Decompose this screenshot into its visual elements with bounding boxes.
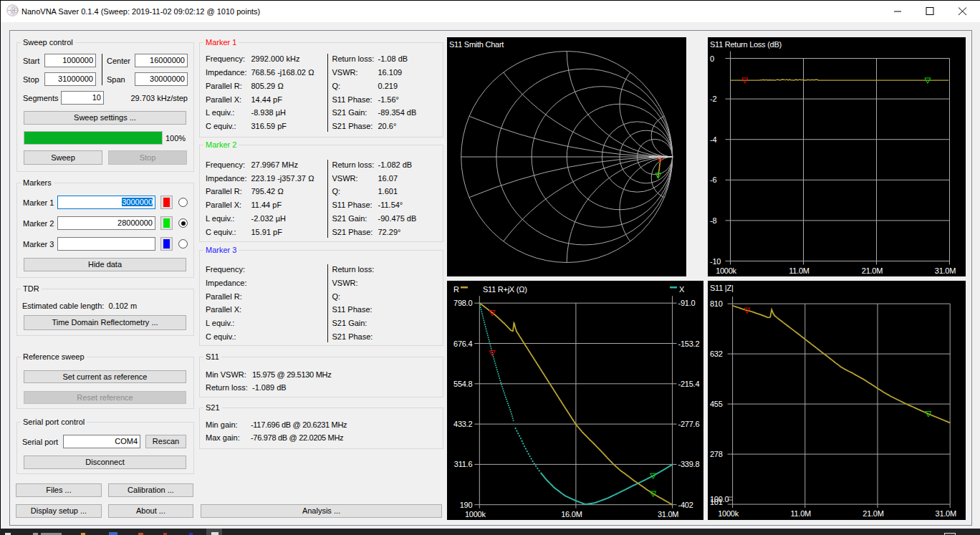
svg-text:433.2: 433.2 <box>453 420 472 428</box>
svg-text:0: 0 <box>710 54 714 63</box>
svg-text:190: 190 <box>459 500 472 509</box>
svg-text:1000k: 1000k <box>716 266 736 275</box>
svg-text:11.0M: 11.0M <box>791 509 812 518</box>
svg-text:31.0M: 31.0M <box>936 509 956 518</box>
svg-text:554.8: 554.8 <box>453 379 472 387</box>
svg-text:798.0: 798.0 <box>453 299 472 307</box>
svg-text:S11 Smith Chart: S11 Smith Chart <box>449 40 504 49</box>
svg-text:-10: -10 <box>710 257 721 266</box>
svg-text:-8: -8 <box>710 216 716 225</box>
svg-text:21.0M: 21.0M <box>862 266 883 275</box>
svg-text:-2: -2 <box>710 95 716 103</box>
svg-text:810: 810 <box>710 299 723 308</box>
svg-text:16.0M: 16.0M <box>561 509 582 518</box>
svg-text:-215.4: -215.4 <box>678 379 699 387</box>
svg-text:31.0M: 31.0M <box>657 509 678 518</box>
svg-text:31.0M: 31.0M <box>935 266 956 275</box>
svg-text:278: 278 <box>710 450 723 458</box>
svg-text:1000k: 1000k <box>464 509 485 518</box>
svg-text:X: X <box>679 285 685 294</box>
svg-text:-91.0: -91.0 <box>678 299 695 307</box>
svg-text:21.0M: 21.0M <box>863 509 883 518</box>
svg-text:S11 R+jX (Ω): S11 R+jX (Ω) <box>483 285 527 294</box>
svg-text:311.6: 311.6 <box>453 460 472 468</box>
svg-text:-339.8: -339.8 <box>678 460 699 468</box>
svg-text:1000k: 1000k <box>718 509 739 518</box>
svg-text:-4: -4 <box>710 135 716 144</box>
svg-text:100.0: 100.0 <box>710 495 729 503</box>
svg-text:S11 Return Loss (dB): S11 Return Loss (dB) <box>710 40 782 49</box>
svg-text:632: 632 <box>710 350 723 358</box>
svg-text:11.0M: 11.0M <box>789 266 810 275</box>
svg-text:455: 455 <box>710 400 723 408</box>
svg-text:-402: -402 <box>678 500 693 509</box>
svg-text:-277.6: -277.6 <box>678 420 699 428</box>
svg-text:R: R <box>453 285 459 294</box>
svg-text:S11 |Z|: S11 |Z| <box>710 284 734 292</box>
svg-text:-153.2: -153.2 <box>678 339 699 347</box>
svg-text:676.4: 676.4 <box>453 339 472 347</box>
svg-text:-6: -6 <box>710 175 716 184</box>
